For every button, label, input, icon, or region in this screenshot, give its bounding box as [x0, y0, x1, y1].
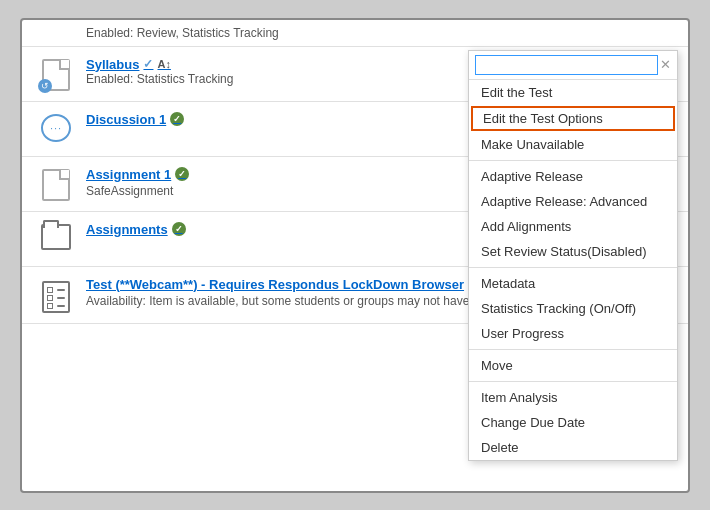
search-clear-icon[interactable]: ✕ — [660, 57, 671, 72]
menu-item-13[interactable]: Move — [469, 353, 677, 378]
assignment1-icon — [36, 167, 76, 201]
test-doc-icon — [42, 281, 70, 313]
context-menu-search-input[interactable] — [475, 55, 658, 75]
content-area: Enabled: Review, Statistics Tracking ↺ S… — [22, 20, 688, 491]
test-title-text: Test (**Webcam**) - Requires Respondus L… — [86, 277, 464, 292]
bubble-icon — [41, 114, 71, 142]
syllabus-icon: ↺ — [36, 57, 76, 91]
menu-item-9[interactable]: Metadata — [469, 271, 677, 296]
assignment1-title-text: Assignment 1 — [86, 167, 171, 182]
menu-item-6[interactable]: Add Alignments — [469, 214, 677, 239]
context-menu-search-bar[interactable]: ✕ — [469, 51, 677, 80]
assignments-check-badge: ✓ — [172, 222, 186, 236]
discussion-title-text: Discussion 1 — [86, 112, 166, 127]
assignments-icon — [36, 222, 76, 250]
menu-item-2[interactable]: Make Unavailable — [469, 132, 677, 157]
menu-item-17[interactable]: Delete — [469, 435, 677, 460]
menu-item-10[interactable]: Statistics Tracking (On/Off) — [469, 296, 677, 321]
menu-divider — [469, 381, 677, 382]
assignment-doc-icon — [42, 169, 70, 201]
folder-icon — [41, 224, 71, 250]
menu-divider — [469, 160, 677, 161]
top-row: Enabled: Review, Statistics Tracking — [22, 20, 688, 47]
syllabus-verify-icon: ✓ — [143, 57, 153, 71]
menu-divider — [469, 349, 677, 350]
menu-item-5[interactable]: Adaptive Release: Advanced — [469, 189, 677, 214]
menu-item-4[interactable]: Adaptive Release — [469, 164, 677, 189]
top-enabled-text: Enabled: Review, Statistics Tracking — [86, 26, 279, 40]
context-menu: ✕ Edit the TestEdit the Test OptionsMake… — [468, 50, 678, 461]
assignments-title-text: Assignments — [86, 222, 168, 237]
menu-item-15[interactable]: Item Analysis — [469, 385, 677, 410]
main-panel: Enabled: Review, Statistics Tracking ↺ S… — [20, 18, 690, 493]
menu-item-1[interactable]: Edit the Test Options — [471, 106, 675, 131]
menu-items-list: Edit the TestEdit the Test OptionsMake U… — [469, 80, 677, 460]
syllabus-title-text: Syllabus — [86, 57, 139, 72]
test-icon — [36, 277, 76, 313]
menu-divider — [469, 267, 677, 268]
menu-item-11[interactable]: User Progress — [469, 321, 677, 346]
assignment1-check-badge: ✓ — [175, 167, 189, 181]
menu-item-0[interactable]: Edit the Test — [469, 80, 677, 105]
sort-icon: A↕ — [157, 58, 170, 70]
discussion-icon — [36, 112, 76, 142]
menu-item-16[interactable]: Change Due Date — [469, 410, 677, 435]
discussion-check-badge: ✓ — [170, 112, 184, 126]
menu-item-7[interactable]: Set Review Status(Disabled) — [469, 239, 677, 264]
refresh-badge: ↺ — [38, 79, 52, 93]
